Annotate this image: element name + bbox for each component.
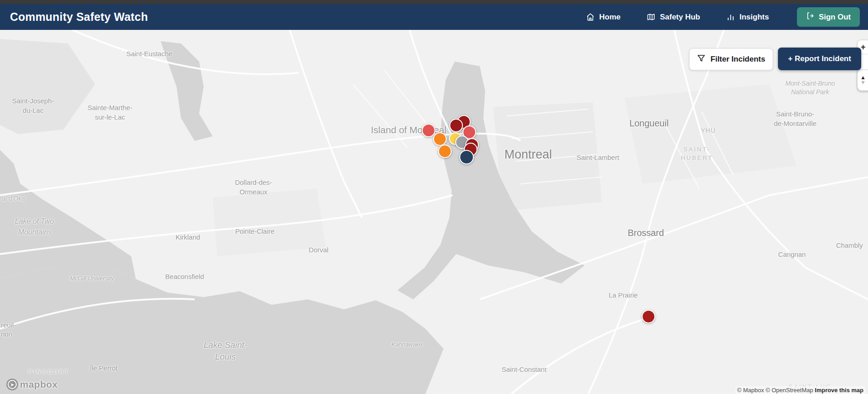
nav-item-insights[interactable]: Insights xyxy=(726,13,769,22)
nav-label-insights: Insights xyxy=(739,13,769,22)
map-compass-control[interactable]: ▲ ▼ xyxy=(857,70,868,91)
attribution-improve-link[interactable]: Improve this map xyxy=(815,387,863,394)
report-incident-label: + Report Incident xyxy=(788,54,851,63)
window-top-strip xyxy=(0,0,868,4)
basemap xyxy=(0,30,868,394)
attribution-osm-link[interactable]: © OpenStreetMap xyxy=(766,387,813,394)
incident-marker[interactable] xyxy=(642,310,655,323)
map-canvas[interactable]: Saint-EustacheSaint-Joseph-du-LacSainte-… xyxy=(0,30,868,394)
map-icon xyxy=(647,13,655,21)
compass-down-icon: ▼ xyxy=(860,80,866,85)
incident-marker[interactable] xyxy=(449,119,463,132)
mapbox-logo-icon: ➤ xyxy=(6,379,18,390)
nav-label-safety-hub: Safety Hub xyxy=(660,13,700,22)
nav-item-home[interactable]: Home xyxy=(586,13,620,22)
bar-chart-icon xyxy=(726,13,735,21)
logout-icon xyxy=(806,12,814,22)
nav-label-home: Home xyxy=(599,13,620,22)
sign-out-label: Sign Out xyxy=(819,13,851,22)
mapbox-compass-glyph: ➤ xyxy=(8,380,17,389)
funnel-icon xyxy=(697,54,706,65)
attribution-mapbox-link[interactable]: © Mapbox xyxy=(737,387,764,394)
app-title: Community Safety Watch xyxy=(10,10,148,24)
sign-out-button[interactable]: Sign Out xyxy=(797,7,860,27)
incident-marker[interactable] xyxy=(422,124,435,137)
incident-marker[interactable] xyxy=(433,132,447,146)
mapbox-wordmark: mapbox xyxy=(20,379,58,390)
home-icon xyxy=(586,13,595,21)
incident-marker[interactable] xyxy=(459,150,474,164)
mapbox-logo[interactable]: ➤ mapbox xyxy=(6,379,58,390)
report-incident-button[interactable]: + Report Incident xyxy=(778,48,861,70)
filter-incidents-label: Filter Incidents xyxy=(711,55,765,64)
map-attribution: © Mapbox © OpenStreetMap Improve this ma… xyxy=(735,386,865,394)
app-header: Community Safety Watch Home Safety Hub I… xyxy=(0,4,868,30)
incident-marker[interactable] xyxy=(438,144,452,158)
main-nav: Home Safety Hub Insights Sign Out xyxy=(586,7,860,27)
filter-incidents-button[interactable]: Filter Incidents xyxy=(689,48,773,70)
app-window: Community Safety Watch Home Safety Hub I… xyxy=(0,0,868,394)
nav-item-safety-hub[interactable]: Safety Hub xyxy=(647,13,700,22)
